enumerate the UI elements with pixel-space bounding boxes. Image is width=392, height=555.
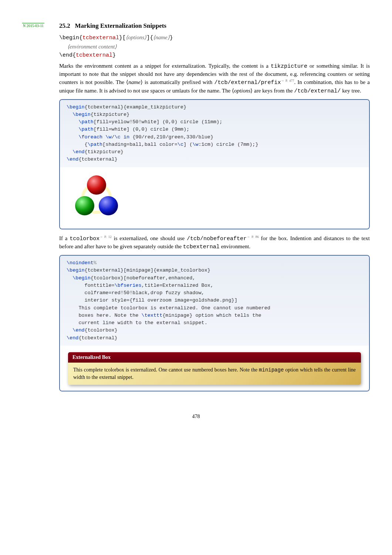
page-number: 478 bbox=[22, 414, 370, 420]
code-output bbox=[60, 167, 369, 229]
svg-point-3 bbox=[75, 196, 94, 215]
box-title: Externalized Box bbox=[68, 352, 361, 363]
code-output: Externalized Box This complete tcolorbox… bbox=[60, 346, 369, 391]
page-ref[interactable]: → P. 86 bbox=[247, 235, 259, 239]
environment-signature: \begin{tcbexternal}[⟨options⟩]{⟨name⟩} ⟨… bbox=[59, 33, 370, 60]
svg-point-4 bbox=[99, 196, 118, 215]
box-body: This complete tcolorbox is externalized.… bbox=[68, 363, 361, 385]
version-badge: N 2015-03-11 bbox=[22, 23, 44, 28]
externalized-tcolorbox: Externalized Box This complete tcolorbox… bbox=[68, 352, 361, 385]
tikz-balls-figure bbox=[69, 173, 362, 223]
code-example-2: \noindent% \begin{tcbexternal}[minipage]… bbox=[59, 255, 370, 391]
svg-point-2 bbox=[87, 175, 106, 195]
code-listing: \begin{tcbexternal}{example_tikzpicture}… bbox=[60, 100, 369, 167]
code-listing: \noindent% \begin{tcbexternal}[minipage]… bbox=[60, 256, 369, 346]
code-example-1: \begin{tcbexternal}{example_tikzpicture}… bbox=[59, 99, 370, 229]
page-ref[interactable]: → P. 12 bbox=[99, 235, 112, 239]
description-paragraph: Marks the environment content as a snipp… bbox=[59, 62, 370, 95]
section-heading: 25.2 Marking Externalization Snippets bbox=[59, 22, 370, 30]
page-ref[interactable]: → P. 477 bbox=[281, 79, 294, 83]
mid-paragraph: If a tcolorbox→ P. 12 is externalized, o… bbox=[59, 235, 370, 252]
